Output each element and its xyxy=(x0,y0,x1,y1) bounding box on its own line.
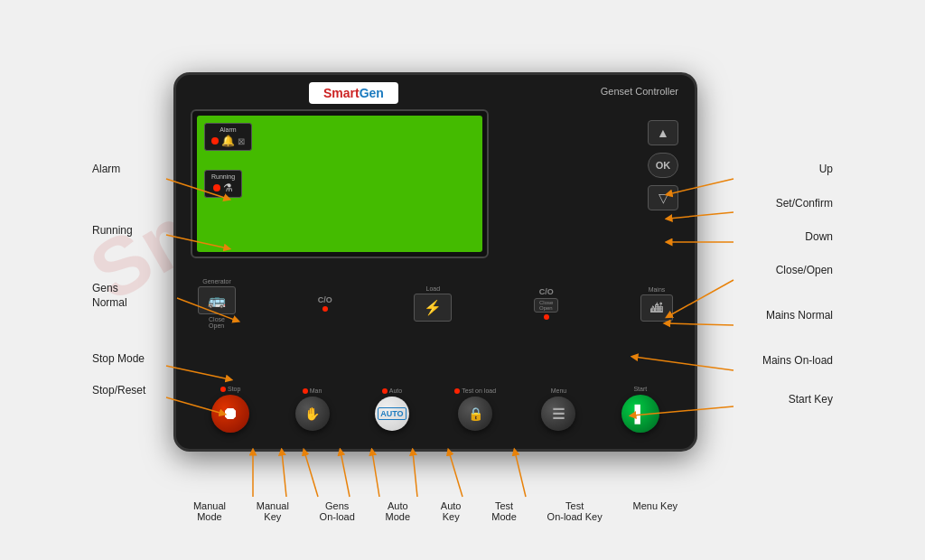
generator-label: Generator xyxy=(202,278,231,285)
test-button[interactable]: 🔒 xyxy=(458,397,492,431)
genset-label: Genset Controller xyxy=(601,86,678,97)
mains-block: Mains 🏙 xyxy=(640,286,673,322)
alarm-mute-icon: ⊠ xyxy=(238,136,245,146)
load-icon: ⚡ xyxy=(424,300,442,315)
svg-line-13 xyxy=(282,452,286,497)
load-block: Load ⚡ xyxy=(414,285,452,322)
stop-reset-annotation: Stop/Reset xyxy=(92,384,145,397)
man-mode-text: Man xyxy=(310,387,322,394)
bottom-menu-key: Menu Key xyxy=(633,500,678,522)
controller-wrapper: SmartGen Genset Controller Alarm 🔔 ⊠ Run xyxy=(92,36,833,524)
mains-normal-annotation: Mains Normal xyxy=(766,309,833,322)
co-load-section: C/O CloseOpen xyxy=(534,287,558,320)
co-load-led xyxy=(544,314,549,320)
svg-line-16 xyxy=(372,452,379,497)
down-annotation: Down xyxy=(805,230,833,243)
mains-onload-annotation: Mains On-load xyxy=(762,354,833,367)
ok-label: OK xyxy=(656,160,671,171)
svg-line-14 xyxy=(304,452,318,497)
co-gen-label: C/O xyxy=(318,295,332,304)
co-load-label: C/O xyxy=(539,287,554,296)
auto-text-icon: AUTO xyxy=(378,407,406,420)
svg-line-18 xyxy=(449,452,462,497)
buttons-row: Stop ⏺ Man ✋ Auto xyxy=(189,386,682,433)
test-icon: 🔒 xyxy=(468,406,483,421)
manual-button[interactable]: ✋ xyxy=(295,397,330,431)
start-key-annotation: Start Key xyxy=(789,393,833,406)
alarm-annotation: Alarm xyxy=(92,163,120,175)
svg-line-19 xyxy=(515,452,526,497)
stop-icon: ⏺ xyxy=(222,405,238,424)
indicator-row: Generator 🚌 CloseOpen C/O Load ⚡ C/O xyxy=(189,278,682,329)
load-label: Load xyxy=(426,285,441,292)
test-mode-text: Test on load xyxy=(462,387,496,394)
menu-text: Menu xyxy=(551,387,567,394)
ok-button[interactable]: OK xyxy=(648,153,678,178)
co-close-open-box: CloseOpen xyxy=(534,298,558,313)
start-icon: ▌ xyxy=(634,405,646,424)
test-group: Test on load 🔒 xyxy=(454,387,496,431)
auto-group: Auto AUTO xyxy=(375,387,409,431)
logo-smart: Smart xyxy=(323,86,360,100)
bottom-gens-onload: GensOn-load xyxy=(320,500,355,522)
start-group: Start ▌ xyxy=(621,386,659,433)
generator-icon: 🚌 xyxy=(208,293,226,308)
stop-group: Stop ⏺ xyxy=(211,386,249,433)
start-button[interactable]: ▌ xyxy=(621,395,659,433)
stop-button[interactable]: ⏺ xyxy=(211,395,249,433)
test-mode-led xyxy=(454,388,460,394)
menu-button[interactable]: ☰ xyxy=(541,397,575,431)
alarm-bell-icon: 🔔 xyxy=(221,135,235,147)
logo-bar: SmartGen xyxy=(309,82,398,104)
close-open-annotation: Close/Open xyxy=(776,264,833,276)
running-led xyxy=(213,184,220,191)
running-inside-label: Running xyxy=(211,173,235,180)
gen-close-open-label: CloseOpen xyxy=(209,316,225,329)
alarm-indicator: Alarm 🔔 ⊠ xyxy=(204,123,252,151)
up-annotation: Up xyxy=(819,163,833,175)
mains-icon-box: 🏙 xyxy=(640,294,673,322)
running-annotation: Running xyxy=(92,224,133,237)
man-mode-led xyxy=(303,388,308,394)
running-engine-icon: ⚗ xyxy=(223,182,233,194)
bottom-manual-key: ManualKey xyxy=(257,500,289,522)
set-confirm-annotation: Set/Confirm xyxy=(776,197,833,210)
stop-mode-text: Stop xyxy=(228,386,240,392)
menu-group: Menu ☰ xyxy=(541,387,575,431)
manual-hand-icon: ✋ xyxy=(304,406,320,421)
bottom-test-mode: TestMode xyxy=(491,500,517,522)
controller-body: SmartGen Genset Controller Alarm 🔔 ⊠ Run xyxy=(173,72,697,452)
running-indicator: Running ⚗ xyxy=(204,170,242,198)
svg-line-15 xyxy=(341,452,350,497)
down-arrow-icon: ▽ xyxy=(659,191,668,205)
bottom-labels-row: ManualMode ManualKey GensOn-load AutoMod… xyxy=(178,500,693,522)
menu-lines-icon: ☰ xyxy=(552,406,565,423)
start-text: Start xyxy=(633,386,647,392)
alarm-led xyxy=(211,137,219,145)
stop-mode-annotation: Stop Mode xyxy=(92,352,145,365)
mains-grid-icon: 🏙 xyxy=(650,301,663,315)
auto-button[interactable]: AUTO xyxy=(375,397,409,431)
down-button[interactable]: ▽ xyxy=(648,185,678,210)
load-icon-box: ⚡ xyxy=(414,294,452,322)
nav-buttons-group: ▲ OK ▽ xyxy=(648,120,678,210)
bottom-test-onload: TestOn-load Key xyxy=(547,500,603,522)
auto-mode-text: Auto xyxy=(389,387,402,394)
bottom-auto-key: AutoKey xyxy=(441,500,462,522)
screen-display: Alarm 🔔 ⊠ Running ⚗ xyxy=(197,116,482,252)
svg-line-17 xyxy=(413,452,417,497)
bottom-manual-mode: ManualMode xyxy=(193,500,226,522)
up-arrow-icon: ▲ xyxy=(657,126,669,140)
up-button[interactable]: ▲ xyxy=(648,120,678,145)
mains-label: Mains xyxy=(649,286,666,293)
co-gen-led xyxy=(322,306,328,312)
gens-normal-annotation: GensNormal xyxy=(92,282,127,310)
auto-mode-led xyxy=(382,388,388,394)
co-gen-section: C/O xyxy=(318,295,332,312)
manual-group: Man ✋ xyxy=(295,387,330,431)
screen-outer: Alarm 🔔 ⊠ Running ⚗ xyxy=(191,109,489,258)
alarm-inside-label: Alarm xyxy=(220,126,236,133)
generator-block: Generator 🚌 CloseOpen xyxy=(198,278,236,329)
stop-mode-led xyxy=(220,387,226,392)
generator-icon-box: 🚌 xyxy=(198,286,236,314)
